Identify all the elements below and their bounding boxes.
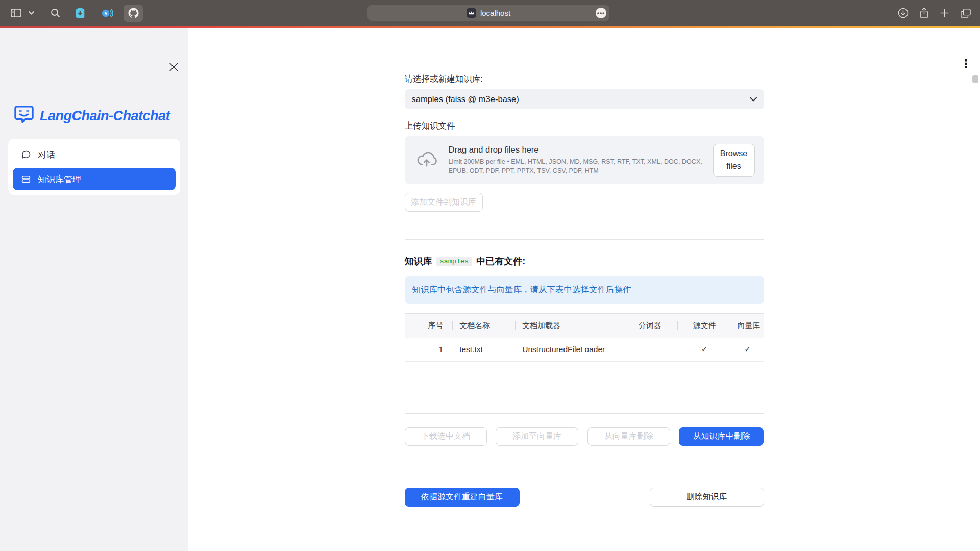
download-selected-button[interactable]: 下载选中文档 (405, 427, 487, 446)
sidebar-close-icon[interactable] (167, 60, 180, 73)
main-area: ⋮ 请选择或新建知识库: samples (faiss @ m3e-base) … (188, 28, 980, 551)
browser-toolbar: localhost ••• (0, 0, 980, 26)
cell-source-file-check: ✓ (677, 338, 732, 362)
table-header-row: 序号 文档名称 文档加载器 分词器 源文件 向量库 (405, 314, 764, 338)
sidebar-item-dialogue[interactable]: 对话 (13, 143, 176, 166)
cell-index: 1 (405, 338, 452, 362)
github-tab-icon[interactable] (124, 5, 143, 22)
delete-from-vector-store-button[interactable]: 从向量库删除 (587, 427, 670, 446)
info-alert: 知识库中包含源文件与向量库，请从下表中选择文件后操作 (405, 276, 764, 304)
kb-name-code: samples (436, 257, 473, 266)
delete-kb-button[interactable]: 删除知识库 (650, 488, 764, 507)
dropzone-title: Drag and drop files here (449, 145, 713, 155)
new-tab-icon[interactable] (940, 8, 949, 18)
table-row[interactable]: 1 test.txt UnstructuredFileLoader ✓ ✓ (405, 338, 764, 362)
cell-splitter (623, 338, 677, 362)
pinned-tab-2[interactable] (97, 5, 116, 22)
rebuild-vector-store-button[interactable]: 依据源文件重建向量库 (405, 488, 520, 507)
divider (405, 239, 764, 240)
cell-doc-name: test.txt (452, 338, 515, 362)
downloads-icon[interactable] (898, 8, 909, 18)
kb-actions-row: 依据源文件重建向量库 删除知识库 (405, 488, 764, 507)
col-header-vector-store[interactable]: 向量库 (732, 314, 764, 338)
chat-bubble-icon (21, 149, 31, 160)
tab-overview-icon[interactable] (960, 8, 971, 18)
kb-heading-prefix: 知识库 (405, 255, 432, 267)
divider (405, 469, 764, 469)
sidebar-item-label: 知识库管理 (38, 173, 81, 185)
browse-files-button[interactable]: Browse files (713, 144, 755, 177)
dropzone-text: Drag and drop files here Limit 200MB per… (449, 145, 713, 176)
info-alert-text: 知识库中包含源文件与向量库，请从下表中选择文件后操作 (412, 284, 631, 295)
sidebar-nav: 对话 知识库管理 (8, 139, 180, 195)
delete-from-kb-button[interactable]: 从知识库中删除 (679, 427, 764, 446)
share-icon[interactable] (919, 7, 929, 19)
sidebar-item-knowledge-base[interactable]: 知识库管理 (13, 168, 176, 190)
file-actions-row: 下载选中文档 添加至向量库 从向量库删除 从知识库中删除 (405, 427, 764, 446)
kb-heading-suffix: 中已有文件: (476, 255, 525, 267)
address-bar[interactable]: localhost ••• (368, 5, 609, 21)
scrollbar-thumb[interactable] (972, 75, 978, 83)
col-header-splitter[interactable]: 分词器 (623, 314, 677, 338)
cell-loader: UnstructuredFileLoader (515, 338, 622, 362)
cloud-upload-icon (416, 150, 437, 170)
search-icon[interactable] (51, 8, 60, 18)
kb-files-heading: 知识库 samples 中已有文件: (405, 255, 764, 267)
col-header-index[interactable]: 序号 (405, 314, 452, 338)
col-header-doc-name[interactable]: 文档名称 (452, 314, 515, 338)
table-empty-area (405, 362, 764, 414)
add-files-to-kb-button[interactable]: 添加文件到知识库 (405, 193, 483, 212)
kb-select-value: samples (faiss @ m3e-base) (412, 94, 519, 104)
chevron-down-icon (750, 97, 757, 102)
cell-vector-store-check: ✓ (732, 338, 764, 362)
kb-select-label: 请选择或新建知识库: (405, 73, 764, 85)
pinned-tab-1[interactable] (70, 5, 90, 22)
logo-text: LangChain-Chatchat (40, 108, 170, 124)
file-dropzone[interactable]: Drag and drop files here Limit 200MB per… (405, 136, 764, 184)
upload-label: 上传知识文件 (405, 120, 764, 132)
kb-files-table: 序号 文档名称 文档加载器 分词器 源文件 向量库 1 test.txt Uns (405, 313, 764, 414)
sidebar: LangChain-Chatchat 对话 (0, 28, 188, 551)
page-settings-button[interactable]: ••• (596, 8, 606, 18)
app-logo: LangChain-Chatchat (13, 105, 170, 127)
screen: localhost ••• (0, 0, 980, 551)
database-icon (21, 174, 31, 184)
site-favicon (467, 8, 476, 18)
chevron-down-icon[interactable] (29, 11, 34, 15)
kb-select[interactable]: samples (faiss @ m3e-base) (405, 89, 764, 109)
app-overflow-menu-icon[interactable]: ⋮ (960, 58, 972, 70)
col-header-source-file[interactable]: 源文件 (677, 314, 732, 338)
add-to-vector-store-button[interactable]: 添加至向量库 (496, 427, 578, 446)
sidebar-item-label: 对话 (38, 149, 55, 161)
col-header-loader[interactable]: 文档加载器 (515, 314, 622, 338)
logo-chat-icon (13, 105, 35, 127)
sidebar-toggle-icon[interactable] (11, 9, 21, 17)
dropzone-limit: Limit 200MB per file • EML, HTML, JSON, … (449, 158, 713, 176)
address-url: localhost (480, 9, 510, 17)
content-column: 请选择或新建知识库: samples (faiss @ m3e-base) 上传… (405, 28, 764, 507)
